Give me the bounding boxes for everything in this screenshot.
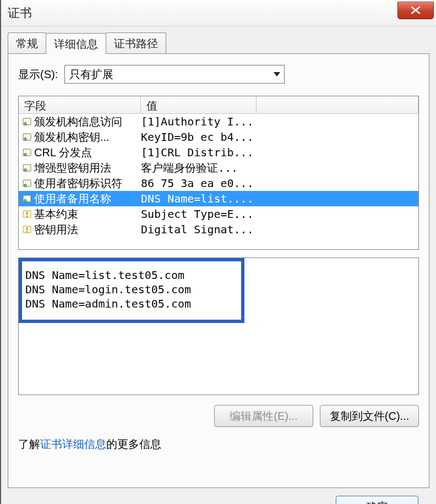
list-row[interactable]: 增强型密钥用法客户端身份验证... — [19, 160, 418, 176]
window-title: 证书 — [8, 5, 32, 21]
field-listview[interactable]: 字段 值 颁发机构信息访问[1]Authority I...颁发机构密钥...K… — [18, 96, 419, 250]
details-panel: 显示(S): 只有扩展 字段 值 颁发机构信息访问[1]Authority I.… — [8, 53, 429, 488]
close-button[interactable] — [397, 2, 434, 19]
tab-strip: 常规 详细信息 证书路径 — [8, 33, 429, 54]
row-value: Subject Type=E... — [141, 207, 418, 221]
row-field: 增强型密钥用法 — [34, 161, 141, 176]
list-row[interactable]: 密钥用法Digital Signat... — [19, 222, 418, 237]
listview-header: 字段 值 — [19, 96, 418, 114]
row-value: 86 75 3a ea e0... — [141, 177, 418, 190]
list-row[interactable]: 基本约束Subject Type=E... — [19, 206, 418, 222]
close-icon — [410, 6, 421, 14]
row-value: KeyID=9b ec b4... — [141, 130, 418, 144]
cert-ext-icon — [22, 132, 32, 142]
cert-ext-icon — [22, 163, 32, 173]
help-row: 了解证书详细信息的更多信息 — [18, 437, 419, 452]
body-area: 常规 详细信息 证书路径 显示(S): 只有扩展 字段 值 — [1, 26, 436, 504]
list-row[interactable]: 使用者备用名称DNS Name=list.... — [19, 191, 418, 206]
row-value: Digital Signat... — [141, 223, 418, 236]
cert-warn-icon — [22, 209, 32, 219]
certificate-dialog: 证书 常规 详细信息 证书路径 显示(S): 只有扩展 — [0, 0, 436, 504]
row-value: [1]Authority I... — [141, 115, 418, 128]
detail-textbox[interactable]: DNS Name=list.test05.com DNS Name=login.… — [18, 258, 419, 395]
show-dropdown-value: 只有扩展 — [69, 67, 113, 82]
ok-button[interactable]: 确定 — [336, 496, 418, 504]
column-value[interactable]: 值 — [141, 96, 257, 113]
row-field: 颁发机构信息访问 — [34, 114, 141, 129]
tab-cert-path[interactable]: 证书路径 — [106, 32, 166, 54]
button-row: 编辑属性(E)... 复制到文件(C)... — [18, 405, 419, 427]
copy-to-file-button[interactable]: 复制到文件(C)... — [320, 405, 419, 427]
svg-point-15 — [26, 231, 28, 233]
footer: 确定 — [8, 488, 429, 504]
row-value: [1]CRL Distrib... — [141, 146, 418, 159]
help-suffix: 的更多信息 — [106, 438, 161, 450]
show-label: 显示(S): — [18, 67, 58, 82]
row-value: DNS Name=list.... — [141, 192, 418, 205]
row-field: 基本约束 — [34, 207, 141, 222]
cert-ext-icon — [22, 147, 32, 157]
tab-general[interactable]: 常规 — [8, 32, 46, 54]
detail-text: DNS Name=list.test05.com DNS Name=login.… — [25, 268, 191, 311]
row-value: 客户端身份验证... — [141, 161, 418, 176]
chevron-down-icon — [273, 71, 281, 78]
list-row[interactable]: 使用者密钥标识符86 75 3a ea e0... — [19, 176, 418, 191]
help-link[interactable]: 证书详细信息 — [40, 438, 106, 450]
column-pad — [257, 96, 418, 113]
cert-ext-icon — [22, 178, 32, 188]
row-field: CRL 分发点 — [34, 145, 141, 160]
show-dropdown[interactable]: 只有扩展 — [64, 65, 285, 84]
edit-properties-button: 编辑属性(E)... — [214, 405, 313, 427]
titlebar: 证书 — [1, 0, 436, 26]
row-field: 颁发机构密钥... — [34, 130, 141, 145]
row-field: 使用者备用名称 — [34, 191, 141, 206]
help-prefix: 了解 — [18, 438, 40, 450]
show-filter-row: 显示(S): 只有扩展 — [18, 65, 419, 84]
cert-ext-icon — [22, 194, 32, 204]
tab-details[interactable]: 详细信息 — [46, 33, 106, 54]
list-row[interactable]: CRL 分发点[1]CRL Distrib... — [19, 145, 418, 160]
column-field[interactable]: 字段 — [19, 96, 141, 113]
list-row[interactable]: 颁发机构信息访问[1]Authority I... — [19, 114, 418, 129]
row-field: 使用者密钥标识符 — [34, 176, 141, 191]
cert-warn-icon — [22, 224, 32, 234]
svg-point-13 — [26, 216, 28, 217]
list-row[interactable]: 颁发机构密钥...KeyID=9b ec b4... — [19, 129, 418, 145]
cert-ext-icon — [22, 117, 32, 127]
listview-body: 颁发机构信息访问[1]Authority I...颁发机构密钥...KeyID=… — [19, 114, 418, 237]
row-field: 密钥用法 — [34, 222, 141, 237]
